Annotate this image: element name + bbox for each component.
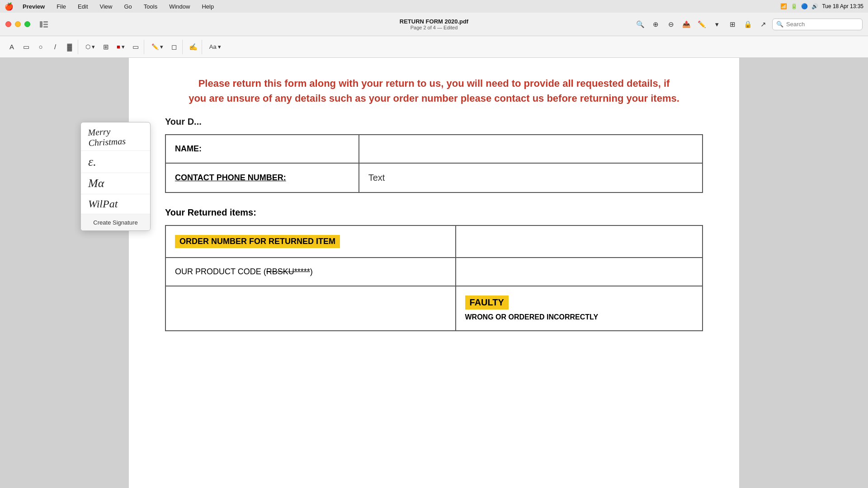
svg-rect-0 xyxy=(40,21,42,28)
annotate-icon[interactable]: 🔍 xyxy=(634,18,646,31)
product-code-label-cell: OUR PRODUCT CODE (RBSKU*****) xyxy=(165,258,456,286)
svg-rect-2 xyxy=(43,23,48,25)
color-icon: ■ xyxy=(117,43,120,50)
product-code-label: OUR PRODUCT CODE (RBSKU*****) xyxy=(175,267,313,276)
share-icon[interactable]: 📤 xyxy=(680,18,693,31)
shapes-dropdown-arrow: ▾ xyxy=(92,43,95,50)
markup-icon[interactable]: ✏️ xyxy=(695,18,708,31)
eraser-tool-button[interactable]: ◻ xyxy=(168,41,180,53)
name-label: NAME: xyxy=(175,144,202,153)
menu-edit[interactable]: Edit xyxy=(75,2,90,11)
svg-rect-3 xyxy=(43,26,48,28)
menu-file[interactable]: File xyxy=(54,2,69,11)
apple-logo-icon[interactable]: 🍎 xyxy=(5,2,14,11)
wrong-item-label: WRONG OR ORDERED INCORRECTLY xyxy=(465,313,693,321)
search-input[interactable] xyxy=(786,21,859,28)
order-number-label-cell: ORDER NUMBER FOR RETURNED ITEM xyxy=(165,225,456,258)
order-number-label: ORDER NUMBER FOR RETURNED ITEM xyxy=(175,235,340,248)
signature-preview-2: ε. xyxy=(88,155,96,169)
wifi-icon: 📶 xyxy=(780,3,787,9)
export-icon[interactable]: ↗ xyxy=(757,18,769,31)
name-row: NAME: xyxy=(165,135,703,163)
signature-dropdown: Merry Christmas ε. Μα WilPat Create Sign… xyxy=(80,122,151,231)
signature-option-3[interactable]: Μα xyxy=(81,173,150,194)
signature-preview-1: Merry Christmas xyxy=(88,125,143,148)
menu-preview[interactable]: Preview xyxy=(20,2,47,11)
insert-image-button[interactable]: ⊞ xyxy=(99,41,112,53)
titlebar: RETURN FORM 2020.pdf Page 2 of 4 — Edite… xyxy=(0,13,868,36)
signature-option-2[interactable]: ε. xyxy=(81,151,150,173)
system-bar: 🍎 Preview File Edit View Go Tools Window… xyxy=(0,0,868,13)
sidebar-toggle-button[interactable] xyxy=(38,18,50,31)
close-button[interactable] xyxy=(5,21,11,27)
signature-option-1[interactable]: Merry Christmas xyxy=(81,122,150,151)
phone-value: Text xyxy=(368,173,385,183)
drawing-group: ✏️ ▾ ◻ xyxy=(147,40,183,54)
name-label-cell: NAME: xyxy=(165,135,359,163)
returned-items-title: Your Returned items: xyxy=(165,207,703,218)
create-signature-label: Create Signature xyxy=(93,219,137,226)
text-tools-group: A ▭ ○ / ▓ xyxy=(4,40,78,54)
highlight-tool-button[interactable]: ▓ xyxy=(63,41,76,53)
reason-right-cell: FAULTY WRONG OR ORDERED INCORRECTLY xyxy=(456,286,703,331)
traffic-lights xyxy=(5,21,30,27)
items-table: ORDER NUMBER FOR RETURNED ITEM OUR PRODU… xyxy=(165,225,703,331)
signature-option-4[interactable]: WilPat xyxy=(81,194,150,214)
instruction-text: Please return this form along with your … xyxy=(165,76,703,106)
sound-icon: 🔊 xyxy=(811,3,818,9)
shapes-dropdown-button[interactable]: ⬡ ▾ xyxy=(83,41,98,53)
page-info: Page 2 of 4 — Edited xyxy=(410,25,458,30)
maximize-button[interactable] xyxy=(24,21,30,27)
order-number-row: ORDER NUMBER FOR RETURNED ITEM xyxy=(165,225,703,258)
sku-text: RBSKU***** xyxy=(266,267,310,276)
bluetooth-icon: 🔵 xyxy=(801,3,808,9)
menu-left: 🍎 Preview File Edit View Go Tools Window… xyxy=(5,2,217,11)
reason-left-cell xyxy=(165,286,456,331)
phone-value-cell: Text xyxy=(359,163,703,192)
reason-row: FAULTY WRONG OR ORDERED INCORRECTLY xyxy=(165,286,703,331)
main-content: Please return this form along with your … xyxy=(0,58,868,488)
color-dropdown-arrow: ▾ xyxy=(122,43,125,50)
zoom-in-icon[interactable]: ⊕ xyxy=(649,18,662,31)
clock-display: Tue 18 Apr 13:35 xyxy=(822,3,863,9)
menu-view[interactable]: View xyxy=(97,2,115,11)
pen-tool-button[interactable]: ✏️ ▾ xyxy=(149,41,166,53)
system-tray: 📶 🔋 🔵 🔊 Tue 18 Apr 13:35 xyxy=(780,3,863,9)
zoom-out-icon[interactable]: ⊖ xyxy=(665,18,677,31)
color-picker-button[interactable]: ■ ▾ xyxy=(114,41,127,53)
font-button[interactable]: Aa ▾ xyxy=(207,41,224,53)
circle-tool-button[interactable]: ○ xyxy=(34,41,47,53)
font-label: Aa xyxy=(209,43,217,50)
signature-preview-3: Μα xyxy=(88,177,104,190)
menu-go[interactable]: Go xyxy=(121,2,134,11)
title-area: RETURN FORM 2020.pdf Page 2 of 4 — Edite… xyxy=(400,18,468,30)
returned-items-section: Your Returned items: ORDER NUMBER FOR RE… xyxy=(165,207,703,331)
pen-icon: ✏️ xyxy=(151,43,159,50)
copy-icon[interactable]: ⊞ xyxy=(726,18,739,31)
font-dropdown-arrow: ▾ xyxy=(218,43,221,50)
product-code-value-cell xyxy=(456,258,703,286)
window-title: RETURN FORM 2020.pdf xyxy=(400,18,468,25)
phone-label-cell: CONTACT PHONE NUMBER: xyxy=(165,163,359,192)
insert-tools-group: ⬡ ▾ ⊞ ■ ▾ ▭ xyxy=(81,40,144,54)
menu-tools[interactable]: Tools xyxy=(141,2,160,11)
minimize-button[interactable] xyxy=(15,21,21,27)
rect-tool-button[interactable]: ▭ xyxy=(20,41,33,53)
line-tool-button[interactable]: / xyxy=(49,41,61,53)
shapes-icon: ⬡ xyxy=(85,43,90,50)
annotation-toolbar: A ▭ ○ / ▓ ⬡ ▾ ⊞ ■ ▾ ▭ ✏️ ▾ ◻ ✍ xyxy=(0,36,868,58)
your-details-title: Your D... xyxy=(165,117,703,127)
markup-dropdown-icon[interactable]: ▾ xyxy=(711,18,723,31)
text-tool-button[interactable]: A xyxy=(5,41,18,53)
signature-group: ✍ xyxy=(185,40,202,54)
menu-window[interactable]: Window xyxy=(166,2,193,11)
border-tool-button[interactable]: ▭ xyxy=(129,41,142,53)
name-value-cell xyxy=(359,135,703,163)
search-bar[interactable]: 🔍 xyxy=(772,19,863,30)
phone-row: CONTACT PHONE NUMBER: Text xyxy=(165,163,703,192)
phone-label: CONTACT PHONE NUMBER: xyxy=(175,173,286,182)
create-signature-button[interactable]: Create Signature xyxy=(81,214,150,230)
menu-help[interactable]: Help xyxy=(199,2,217,11)
signature-button[interactable]: ✍ xyxy=(187,41,200,53)
lock-icon[interactable]: 🔒 xyxy=(741,18,754,31)
